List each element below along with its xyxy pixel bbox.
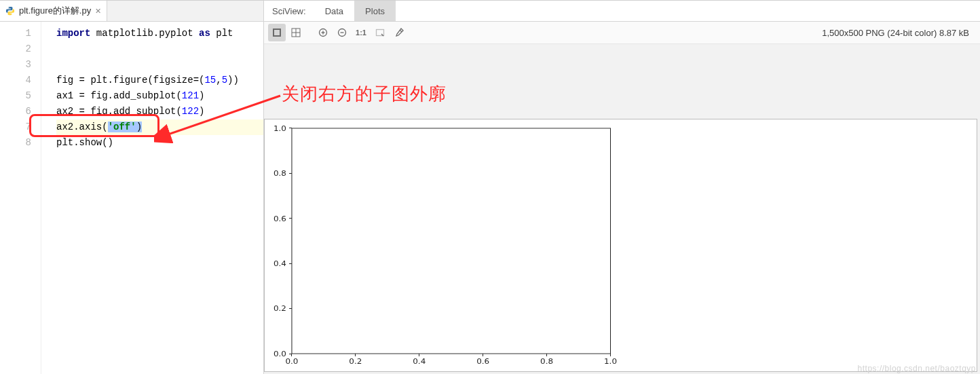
svg-text:1.0: 1.0	[604, 356, 617, 365]
file-tab[interactable]: plt.figure的详解.py ✕	[0, 1, 107, 21]
color-picker-icon[interactable]	[390, 24, 408, 41]
zoom-in-icon[interactable]	[314, 24, 332, 41]
svg-text:0.4: 0.4	[413, 356, 426, 365]
editor-pane: plt.figure的详解.py ✕ 1 2 3 4 5 6 7 8 impor…	[0, 1, 264, 374]
grid-icon[interactable]	[287, 24, 305, 41]
plot-viewport[interactable]: 关闭右方的子图外廓 0.00.20.40.60.81.00.00.20.40.6…	[264, 44, 980, 374]
svg-point-0	[8, 7, 9, 8]
image-info: 1,500x500 PNG (24-bit color) 8.87 kB	[822, 28, 976, 38]
code-body[interactable]: import matplotlib.pyplot as plt fig = pl…	[41, 22, 263, 374]
svg-rect-14	[292, 128, 611, 354]
annotation-text: 关闭右方的子图外廓	[282, 82, 447, 106]
sciview-tab-bar: SciView: Data Plots	[264, 1, 980, 22]
svg-text:0.6: 0.6	[274, 214, 286, 223]
file-tab-bar: plt.figure的详解.py ✕	[0, 1, 263, 22]
svg-rect-3	[274, 30, 280, 35]
sciview-pane: SciView: Data Plots 1:1 1,500x500 PNG (2…	[264, 1, 980, 374]
line-gutter: 1 2 3 4 5 6 7 8	[0, 22, 41, 374]
python-file-icon	[5, 6, 15, 16]
sciview-label: SciView:	[264, 6, 314, 16]
svg-text:1.0: 1.0	[274, 124, 286, 132]
svg-text:0.6: 0.6	[476, 356, 489, 365]
svg-text:0.4: 0.4	[274, 259, 286, 267]
plot-canvas: 0.00.20.40.60.81.00.00.20.40.60.81.0	[264, 119, 977, 372]
svg-point-1	[12, 14, 12, 14]
svg-text:0.2: 0.2	[274, 304, 286, 313]
watermark: https://blog.csdn.net/baoztqyp	[858, 364, 976, 373]
svg-text:0.8: 0.8	[540, 356, 553, 365]
plot-toolbar: 1:1 1,500x500 PNG (24-bit color) 8.87 kB	[264, 22, 980, 44]
svg-text:0.8: 0.8	[274, 169, 286, 178]
tab-plots[interactable]: Plots	[354, 1, 396, 21]
code-editor[interactable]: 1 2 3 4 5 6 7 8 import matplotlib.pyplot…	[0, 22, 263, 374]
file-tab-label: plt.figure的详解.py	[19, 5, 91, 17]
svg-text:0.0: 0.0	[274, 349, 286, 358]
close-icon[interactable]: ✕	[95, 7, 101, 16]
svg-text:0.2: 0.2	[349, 356, 362, 365]
fit-icon[interactable]	[268, 24, 286, 41]
tab-data[interactable]: Data	[314, 1, 354, 21]
bounds-icon[interactable]	[371, 24, 389, 41]
zoom-out-icon[interactable]	[333, 24, 351, 41]
svg-text:0.0: 0.0	[285, 356, 298, 365]
one-to-one-icon[interactable]: 1:1	[352, 24, 370, 41]
